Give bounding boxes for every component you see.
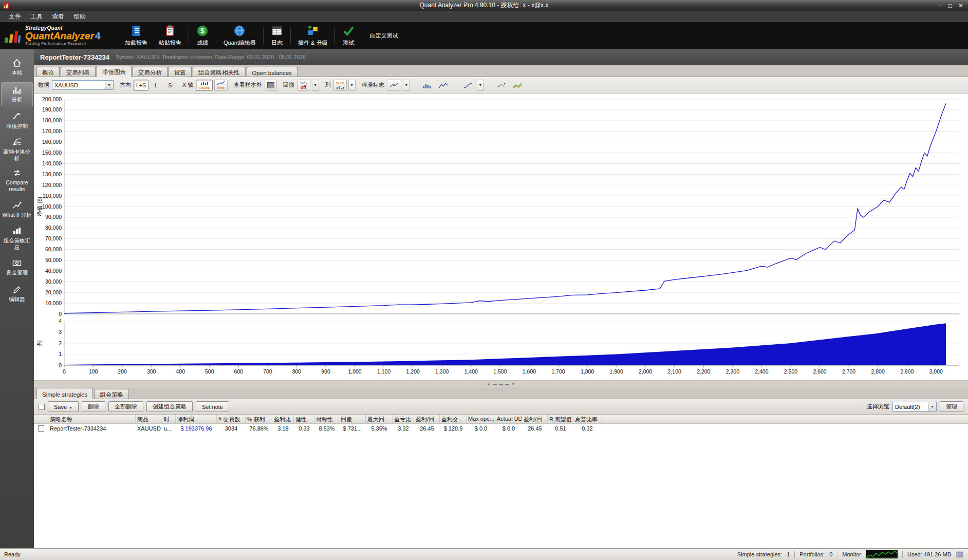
column-header[interactable]: 时.. [162, 415, 176, 423]
drawdown-mode-button[interactable]: off [297, 80, 310, 91]
sidebar-item-portfolio-summary[interactable]: 组合策略汇总 [1, 225, 33, 253]
data-symbol-select[interactable]: XAUUSD ▼ [52, 80, 114, 90]
equity-chart[interactable]: 010,00020,00030,00040,00050,00060,00070,… [34, 94, 967, 380]
multi-line-chart-button[interactable] [510, 80, 525, 91]
sidebar-item-what-if[interactable]: What If 分析 [1, 198, 33, 222]
cell-timeframe: u... [162, 425, 176, 432]
home-icon [12, 59, 22, 68]
minimize-button[interactable]: ─ [938, 2, 942, 9]
column-header[interactable]: 夏普比率 [573, 415, 601, 423]
sidebar-item-money-management[interactable]: 资金管理 [1, 255, 33, 279]
load-report-button[interactable]: 加载报告 [119, 22, 153, 49]
sidebar-item-compare-results[interactable]: Compare results [1, 166, 33, 195]
test-button[interactable]: 测试 [337, 22, 360, 49]
menu-tools[interactable]: 工具 [26, 11, 47, 23]
view-select-value: Default(2) [895, 404, 920, 410]
splitter-handle[interactable]: ▲ ▬▬▬ ▼ [34, 380, 968, 387]
svg-text:2,700: 2,700 [842, 368, 855, 375]
tab-equity-chart[interactable]: 净值图表 [97, 66, 132, 77]
histogram-icon [423, 82, 432, 88]
svg-text:0: 0 [59, 311, 62, 317]
column-header[interactable]: 商品 [136, 415, 162, 423]
column-header[interactable]: 盈亏比 [393, 415, 414, 423]
manage-button[interactable]: 管理 [940, 401, 963, 412]
delete-button[interactable]: 删除 [82, 401, 105, 412]
menu-help[interactable]: 帮助 [69, 11, 90, 23]
menu-view[interactable]: 查看 [47, 11, 69, 23]
line-chart-dropdown[interactable]: ▼ [477, 80, 484, 91]
column-header[interactable]: 盈利交... [440, 415, 467, 423]
view-select[interactable]: Default(2) ▼ [892, 402, 937, 412]
toolbar-divider [216, 27, 216, 44]
log-icon [271, 25, 283, 37]
column-header[interactable]: Actual DD [495, 415, 522, 423]
column-header[interactable]: 对称性 [314, 415, 339, 423]
direction-s-button[interactable]: S [164, 80, 176, 91]
table-row[interactable]: ReportTester-7334234 XAUUSD u... $ 19337… [34, 424, 968, 433]
paste-report-button[interactable]: 粘贴报告 [153, 22, 187, 49]
monitor-graph-icon[interactable] [866, 550, 898, 558]
histogram-chart-button[interactable] [420, 80, 435, 91]
zigzag-chart-button[interactable] [436, 80, 451, 91]
column-header[interactable]: 盈利/回... [414, 415, 440, 423]
strategies-tabs: Simple strategies 组合策略 [34, 387, 968, 399]
column-header[interactable]: 最大回... [366, 415, 393, 423]
column-header[interactable]: R 期望值 [548, 415, 573, 423]
xaxis-time-button[interactable]: time [214, 80, 228, 91]
tab-portfolios[interactable]: 组合策略 [94, 389, 129, 399]
column-header[interactable]: 盈利比 [272, 415, 294, 423]
column-header[interactable]: Max ope... [467, 415, 495, 423]
svg-text:400: 400 [176, 368, 185, 375]
delete-all-button[interactable]: 全部删除 [108, 401, 143, 412]
plugins-button[interactable]: 插件 & 升级 [292, 22, 333, 49]
log-button[interactable]: 日志 [265, 22, 289, 49]
stagnation-button[interactable] [387, 80, 401, 91]
column-header[interactable]: 盈利/回... [522, 415, 548, 423]
svg-text:140,000: 140,000 [42, 160, 62, 166]
direction-l-button[interactable]: L [150, 80, 162, 91]
tab-open-balances[interactable]: Open balances [247, 67, 297, 77]
row-checkbox[interactable] [38, 425, 44, 432]
svg-text:100,000: 100,000 [42, 203, 62, 210]
svg-text:300: 300 [147, 368, 156, 375]
sidebar-item-equity-control[interactable]: 净值控制 [1, 109, 33, 133]
drawdown-dropdown[interactable]: ▼ [312, 80, 319, 91]
collapse-up-icon: ▲ [487, 382, 491, 386]
menu-file[interactable]: 文件 [4, 11, 26, 23]
columns-dropdown[interactable]: ▼ [348, 80, 356, 91]
sidebar-item-editor[interactable]: 编辑器 [1, 282, 33, 306]
column-header[interactable]: % 获利 [246, 415, 272, 423]
tab-simple-strategies[interactable]: Simple strategies [36, 388, 93, 399]
tab-trade-analysis[interactable]: 交易分析 [133, 67, 167, 77]
columns-auto-button[interactable]: auto [333, 80, 347, 91]
svg-text:80,000: 80,000 [45, 225, 62, 231]
svg-text:1,500: 1,500 [493, 368, 507, 375]
set-note-button[interactable]: Set note [196, 401, 229, 412]
close-button[interactable]: ✕ [958, 2, 963, 9]
custom-test-button[interactable]: 自定义测试 [364, 22, 403, 49]
oos-toggle-button[interactable] [265, 80, 277, 91]
column-header[interactable]: 策略名称 [48, 415, 136, 423]
line-chart-button[interactable] [461, 80, 475, 91]
direction-ls-button[interactable]: L+S [134, 80, 148, 91]
sidebar-item-analysis[interactable]: 分析 [1, 82, 33, 106]
save-button[interactable]: Save▼ [48, 401, 79, 412]
tab-settings[interactable]: 设置 [169, 67, 192, 77]
tab-trade-list[interactable]: 交易列表 [61, 67, 96, 77]
tab-overview[interactable]: 概论 [36, 67, 60, 77]
tab-portfolio-correlation[interactable]: 组合策略相关性 [193, 67, 246, 77]
maximize-button[interactable]: □ [948, 2, 952, 9]
stagnation-dropdown[interactable]: ▼ [403, 80, 410, 91]
results-button[interactable]: $ 成绩 [191, 22, 214, 49]
scatter-chart-button[interactable] [494, 80, 509, 91]
create-portfolio-button[interactable]: 创建组合策略 [146, 401, 193, 412]
xaxis-trades-button[interactable]: trades [196, 80, 212, 91]
select-all-checkbox[interactable] [39, 404, 45, 410]
column-header[interactable]: 回撤 [339, 415, 366, 423]
sidebar-item-home[interactable]: 本站 [1, 55, 33, 80]
column-header[interactable]: 健性 [294, 415, 314, 423]
column-header[interactable]: # 交易数 [217, 415, 246, 423]
quant-editor-button[interactable]: Quant编辑器 [218, 22, 262, 49]
sidebar-item-monte-carlo[interactable]: 蒙特卡洛分析 [1, 136, 33, 164]
column-header[interactable]: 净利润 [176, 415, 217, 423]
